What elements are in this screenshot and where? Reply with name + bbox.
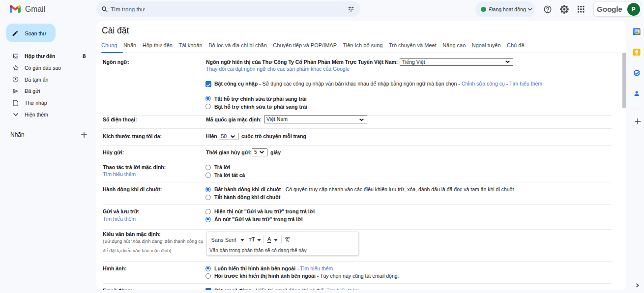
svg-text:31: 31 [635,29,639,33]
